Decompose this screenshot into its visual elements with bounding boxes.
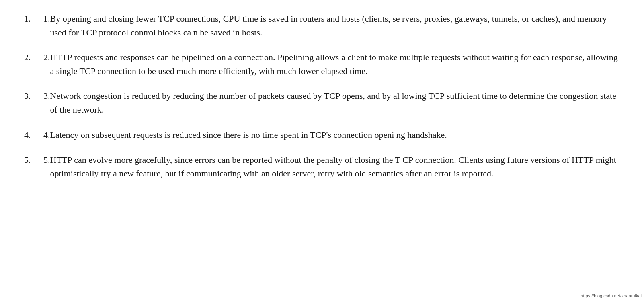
list-item-text: Network congestion is reduced by reducin… bbox=[50, 89, 620, 117]
list-item: 3. Network congestion is reduced by redu… bbox=[24, 89, 620, 117]
list-number: 3. bbox=[43, 89, 50, 103]
main-list: 1. By opening and closing fewer TCP conn… bbox=[24, 12, 620, 180]
list-item: 5. HTTP can evolve more gracefully, sinc… bbox=[24, 153, 620, 180]
list-item: 1. By opening and closing fewer TCP conn… bbox=[24, 12, 620, 39]
url-bar: https://blog.csdn.net/zhanruikai bbox=[578, 293, 644, 299]
list-number: 4. bbox=[43, 128, 50, 142]
list-item: 2. HTTP requests and responses can be pi… bbox=[24, 51, 620, 78]
list-number: 2. bbox=[43, 51, 50, 64]
list-item-text: HTTP can evolve more gracefully, since e… bbox=[50, 153, 620, 180]
list-item-text: Latency on subsequent requests is reduce… bbox=[50, 128, 620, 142]
list-item-text: By opening and closing fewer TCP connect… bbox=[50, 12, 620, 39]
list-item-text: HTTP requests and responses can be pipel… bbox=[50, 51, 620, 78]
list-item: 4. Latency on subsequent requests is red… bbox=[24, 128, 620, 142]
list-number: 5. bbox=[43, 153, 50, 167]
list-number: 1. bbox=[43, 12, 50, 26]
